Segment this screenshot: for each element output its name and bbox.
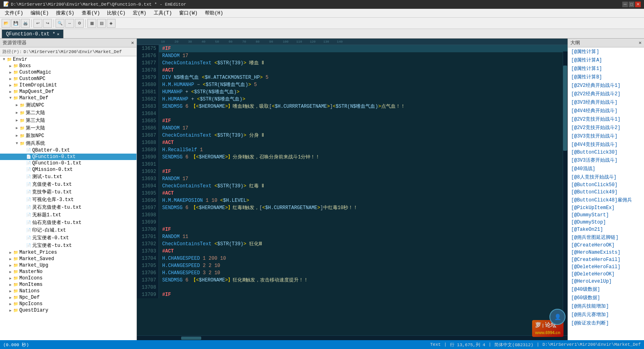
tree-item-testnpc[interactable]: ▶ 📁 测试NPC: [0, 101, 136, 109]
toolbar-btn-3[interactable]: 🖨️: [21, 19, 30, 28]
tree-toggle-1stland[interactable]: ▶: [14, 126, 19, 130]
outline-item-4[interactable]: [@2V2经典开始战斗1]: [568, 81, 644, 90]
tree-item-mapquest[interactable]: ▶ 📁 MapQuest_Def: [0, 88, 136, 95]
menu-item-s[interactable]: 搜索(S): [53, 9, 78, 17]
tree-item-qfunction01[interactable]: 📄 QFunction-0-1.txt: [0, 160, 136, 166]
toolbar-btn-2[interactable]: 💾: [11, 19, 20, 28]
tree-item-marketsaved[interactable]: ▶ 📁 Market_Saved: [0, 256, 136, 262]
toolbar-btn-redo[interactable]: ↪: [43, 19, 52, 28]
sidebar-close-icon[interactable]: ✕: [131, 40, 134, 46]
outline-close-icon[interactable]: ✕: [639, 40, 642, 46]
tree-item-marketupg[interactable]: ▶ 📁 Market_Upg: [0, 262, 136, 269]
tree-item-test-tu[interactable]: 📄 测试-tu.txt: [0, 173, 136, 181]
tree-item-2ndland[interactable]: ▶ 📁 第二大陆: [0, 109, 136, 117]
tab-close-button[interactable]: ✕: [57, 32, 59, 37]
outline-item-11[interactable]: [@4V4竞技开始战斗]: [568, 140, 644, 149]
menu-item-m[interactable]: 宏(M): [130, 9, 150, 17]
outline-item-31[interactable]: [@60级数据]: [568, 294, 644, 302]
outline-item-1[interactable]: [@属性计算A]: [568, 56, 644, 64]
tree-item-spirit-tu[interactable]: 📄 灵石充值使者-tu.txt: [0, 203, 136, 211]
tree-toggle-itemdrop[interactable]: ▶: [8, 83, 13, 88]
tree-item-npcicons[interactable]: ▶ 📁 NpcIcons: [0, 301, 136, 307]
scroll-thumb[interactable]: [563, 66, 567, 151]
outline-item-16[interactable]: [@ButtonClick50]: [568, 181, 644, 189]
tree-item-1stland[interactable]: ▶ 📁 第一大陆: [0, 124, 136, 132]
tree-item-npcdef[interactable]: ▶ 📁 Npc_Def: [0, 294, 136, 301]
menu-item-c[interactable]: 比较(C): [104, 9, 129, 17]
tree-item-custmagic[interactable]: ▶ 📁 CustomMagic: [0, 69, 136, 76]
outline-item-18[interactable]: [@ButtonClick48]雇佣兵: [568, 196, 644, 204]
toolbar-btn-undo[interactable]: ↩: [33, 19, 42, 28]
title-bar-controls[interactable]: ─ □ ✕: [622, 2, 641, 7]
tree-item-nations[interactable]: ▶ 📁 Nations: [0, 288, 136, 294]
tree-toggle-marketdef[interactable]: ▼: [8, 96, 13, 100]
tree-toggle-newnpc[interactable]: ▶: [14, 133, 19, 138]
vertical-scrollbar[interactable]: [563, 51, 568, 335]
tree-item-envir[interactable]: ▼ 📁 Envir: [0, 56, 136, 63]
tree-item-mercenary[interactable]: ▼ 📁 佣兵系统: [0, 140, 136, 147]
tree-item-monitems[interactable]: ▶ 📁 MonItems: [0, 281, 136, 288]
outline-item-28[interactable]: [@DeleteHeroOK]: [568, 271, 644, 278]
tree-item-masterno[interactable]: ▶ 📁 MasterNo: [0, 269, 136, 275]
tree-toggle-custnpc[interactable]: ▶: [8, 77, 13, 81]
tree-item-marketprices[interactable]: ▶ 📁 Market_Prices: [0, 249, 136, 256]
code-container[interactable]: 13675 #IF 13676 RANDOM 17 13677 CheckCon…: [137, 45, 568, 335]
tree-toggle-mercenary[interactable]: ▼: [14, 142, 19, 146]
outline-item-0[interactable]: [@属性计算]: [568, 47, 644, 56]
tree-item-qmission[interactable]: 📄 QMission-0.txt: [0, 166, 136, 173]
toolbar-btn-search[interactable]: 🔍: [56, 19, 64, 28]
outline-item-12[interactable]: [@ButtonClick30]: [568, 149, 644, 156]
tree-item-yuanbao0[interactable]: 📄 元宝便者-0.txt: [0, 234, 136, 242]
tree-item-qbatter[interactable]: 📄 QBatter-0.txt: [0, 147, 136, 154]
menu-item-t[interactable]: 工具(T): [151, 9, 175, 17]
menu-item-v[interactable]: 查看(V): [78, 9, 103, 17]
outline-item-26[interactable]: [@CreateHeroFail]: [568, 256, 644, 263]
outline-item-8[interactable]: [@2V2竞技开始战斗1]: [568, 115, 644, 123]
outline-item-23[interactable]: [@佣兵世图延迟脚链]: [568, 233, 644, 242]
tree-toggle-boxs[interactable]: ▶: [8, 64, 13, 68]
tree-item-jade-tu[interactable]: 📄 仙石充值使者-tu.txt: [0, 219, 136, 226]
tree-toggle-mapquest[interactable]: ▶: [8, 90, 13, 94]
tree-item-questdiary[interactable]: ▶ 📁 QuestDiary: [0, 307, 136, 314]
toolbar-btn-8[interactable]: ◈: [107, 19, 116, 28]
outline-item-17[interactable]: [@ButtonClick49]: [568, 189, 644, 196]
menu-item-h[interactable]: 帮助(H): [202, 9, 227, 17]
maximize-button[interactable]: □: [629, 2, 634, 7]
horizontal-scrollbar[interactable]: [137, 335, 568, 340]
tree-item-marketdef[interactable]: ▼ 📁 Market_Def: [0, 95, 136, 101]
outline-item-22[interactable]: [@TakeOn21]: [568, 226, 644, 233]
tree-item-itemdrop[interactable]: ▶ 📁 ItemDropLimit: [0, 82, 136, 88]
outline-item-27[interactable]: [@DeleteHeroFail]: [568, 263, 644, 271]
toolbar-btn-replace[interactable]: ↔: [65, 19, 74, 28]
tree-item-newnpc[interactable]: ▶ 📁 新加NPC: [0, 132, 136, 140]
outline-item-34[interactable]: [@验证攻击判断]: [568, 319, 644, 327]
outline-item-3[interactable]: [@属性计算B]: [568, 73, 644, 81]
outline-item-14[interactable]: [@40混战]: [568, 164, 644, 173]
outline-item-20[interactable]: [@DummyStart]: [568, 211, 644, 219]
outline-item-9[interactable]: [@2V2竞技开始战斗2]: [568, 123, 644, 132]
editor-tab-active[interactable]: QFunction-0.txt * ✕: [2, 29, 64, 38]
tree-item-untitled[interactable]: 📄 无标题1.txt: [0, 211, 136, 219]
tree-item-topup-tu[interactable]: 📄 充值使者-tu.txt: [0, 181, 136, 188]
toolbar-btn-7[interactable]: ▤: [97, 19, 106, 28]
outline-item-21[interactable]: [@DummyStop]: [568, 219, 644, 226]
outline-item-29[interactable]: [@HeroLevelUp]: [568, 278, 644, 285]
tree-item-monicons[interactable]: ▶ 📁 MonIcons: [0, 275, 136, 281]
menu-item-e[interactable]: 编辑(E): [27, 9, 52, 17]
outline-item-15[interactable]: [@8人竞技开始战斗]: [568, 173, 644, 181]
tree-item-custnpc[interactable]: ▶ 📁 CustomNPC: [0, 76, 136, 82]
tree-toggle-2ndland[interactable]: ▶: [14, 111, 19, 115]
outline-item-30[interactable]: [@40级数据]: [568, 285, 644, 294]
outline-item-25[interactable]: [@HeroNameExists]: [568, 249, 644, 256]
tree-item-yuanbao-tu[interactable]: 📄 元宝便者-tu.txt: [0, 242, 136, 249]
close-button[interactable]: ✕: [635, 2, 641, 7]
outline-item-5[interactable]: [@2V2经典开始战斗2]: [568, 90, 644, 98]
tree-toggle-custmagic[interactable]: ▶: [8, 70, 13, 75]
menu-item-w[interactable]: 窗口(W): [176, 9, 201, 17]
tree-item-3rdland[interactable]: ▶ 📁 第三大陆: [0, 117, 136, 124]
tree-toggle-envir[interactable]: ▼: [2, 57, 6, 62]
minimize-button[interactable]: ─: [622, 2, 628, 7]
outline-item-2[interactable]: [@属性计算1]: [568, 64, 644, 73]
outline-item-10[interactable]: [@3V3竞技开始战斗]: [568, 132, 644, 140]
toolbar-btn-1[interactable]: 📂: [2, 19, 10, 28]
